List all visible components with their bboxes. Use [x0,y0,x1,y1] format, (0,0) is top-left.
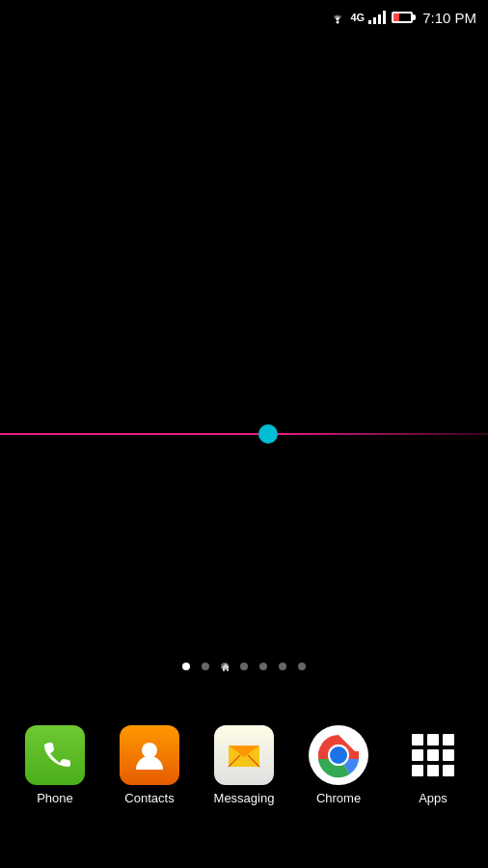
messaging-app-icon[interactable] [214,725,274,785]
page-dot-5[interactable] [259,663,267,670]
status-bar: 4G 7:10 PM [0,0,488,35]
contacts-app-icon[interactable] [120,725,179,785]
svg-rect-13 [427,734,439,746]
signal-bars [368,11,386,24]
dock-item-phone[interactable]: Phone [16,725,94,805]
dock-item-contacts[interactable]: Contacts [111,725,188,805]
svg-rect-17 [443,749,454,761]
svg-rect-12 [412,734,423,746]
svg-rect-18 [412,765,423,776]
status-icons: 4G 7:10 PM [329,10,476,26]
wifi-icon [329,11,346,24]
battery-icon [392,12,413,23]
page-dot-7[interactable] [298,663,306,670]
seekbar[interactable] [0,432,488,436]
phone-app-icon[interactable] [25,725,85,785]
svg-rect-20 [443,765,454,776]
apps-app-label: Apps [419,791,447,805]
phone-app-label: Phone [37,791,73,805]
page-dot-3[interactable] [221,663,229,670]
contacts-app-label: Contacts [124,791,174,805]
status-time: 7:10 PM [422,10,476,26]
svg-rect-14 [443,734,454,746]
dock-item-chrome[interactable]: Chrome [300,725,377,805]
svg-rect-16 [427,749,439,761]
svg-point-11 [330,746,347,764]
chrome-app-label: Chrome [316,791,361,805]
slider-line-right [276,433,488,435]
messaging-app-label: Messaging [214,791,275,805]
chrome-app-icon[interactable] [309,725,368,785]
page-dot-6[interactable] [279,663,286,670]
apps-app-icon[interactable] [403,725,463,785]
svg-point-1 [142,743,157,758]
dock: Phone Contacts Messaging [0,714,488,868]
network-type-badge: 4G [350,12,365,23]
dock-item-messaging[interactable]: Messaging [205,725,283,805]
page-dot-4[interactable] [240,663,248,670]
page-dot-1[interactable] [182,663,190,670]
svg-rect-15 [412,749,423,761]
svg-point-0 [337,21,339,24]
svg-rect-19 [427,765,439,776]
page-dot-2[interactable] [202,663,209,670]
page-indicators [0,663,488,670]
slider-dot[interactable] [258,424,278,444]
dock-item-apps[interactable]: Apps [394,725,472,805]
slider-line-left [0,433,260,435]
